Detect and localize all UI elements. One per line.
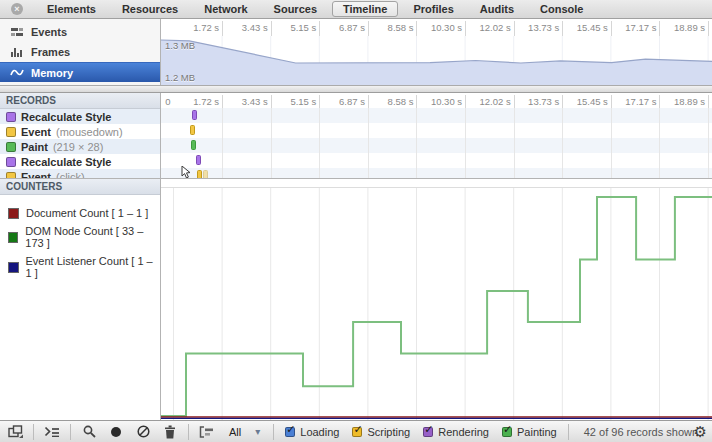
tab-console[interactable]: Console	[529, 1, 594, 17]
checkmark-icon: ✓	[424, 423, 433, 436]
records-shown-status: 42 of 96 records shown	[584, 426, 698, 438]
timeline-sidebar: EventsFramesMemory	[0, 19, 161, 85]
sidebar-item-events[interactable]: Events	[0, 22, 160, 42]
filter-dropdown[interactable]: All▾	[223, 426, 266, 438]
tab-resources[interactable]: Resources	[111, 1, 189, 17]
record-row[interactable]: Event(mousedown)	[0, 124, 160, 139]
legend-item: Event Listener Count [ 1 – 1 ]	[0, 252, 160, 282]
filter-checkbox-scripting[interactable]: ✓Scripting	[352, 426, 410, 438]
mouse-cursor	[181, 166, 191, 178]
record-stripe	[161, 153, 712, 168]
counters-chart-gap	[161, 179, 712, 188]
checkbox-box: ✓	[285, 427, 295, 437]
ruler-tick	[708, 95, 709, 108]
status-toolbar: All▾✓Loading✓Scripting✓Rendering✓Paintin…	[0, 420, 712, 442]
legend-item: DOM Node Count [ 33 – 173 ]	[0, 222, 160, 252]
tab-strip: ElementsResourcesNetworkSourcesTimelineP…	[34, 0, 596, 18]
counters-chart-pane	[161, 178, 712, 421]
close-icon[interactable]: ×	[11, 3, 23, 15]
gear-icon[interactable]: ⚙	[694, 423, 707, 441]
dom-node-count-line	[161, 197, 712, 416]
records-rows: Recalculate StyleEvent(mousedown)Paint(2…	[0, 109, 160, 178]
legend-label: Document Count [ 1 – 1 ]	[26, 207, 148, 219]
tab-elements[interactable]: Elements	[36, 1, 107, 17]
tab-audits[interactable]: Audits	[469, 1, 525, 17]
memory-min-label: 1.2 MB	[165, 72, 195, 83]
counters-panel: COUNTERS Document Count [ 1 – 1 ]DOM Nod…	[0, 178, 161, 420]
chevron-down-icon: ▾	[255, 426, 260, 437]
record-bar[interactable]	[196, 155, 201, 165]
grid-line	[416, 108, 417, 178]
tab-timeline[interactable]: Timeline	[332, 1, 398, 17]
grid-line	[271, 108, 272, 178]
record-bar[interactable]	[190, 125, 195, 135]
sidebar-item-label: Frames	[31, 46, 70, 58]
sidebar-item-memory[interactable]: Memory	[0, 62, 160, 82]
record-row[interactable]: Recalculate Style	[0, 154, 160, 169]
counters-legend: Document Count [ 1 – 1 ]DOM Node Count […	[0, 195, 160, 282]
overview-splitter[interactable]	[0, 85, 712, 93]
ruler-tick	[708, 21, 709, 36]
checkbox-box: ✓	[423, 427, 433, 437]
trash-button[interactable]	[159, 423, 181, 441]
legend-label: DOM Node Count [ 33 – 173 ]	[25, 225, 160, 249]
record-bar[interactable]	[191, 140, 196, 150]
toolbar-separator	[273, 424, 274, 440]
record-detail: (click)	[56, 171, 85, 179]
console-drawer-button[interactable]	[41, 423, 63, 441]
record-bar[interactable]	[197, 170, 202, 178]
grid-line	[708, 108, 709, 178]
record-name: Paint	[21, 141, 48, 153]
record-row[interactable]: Recalculate Style	[0, 109, 160, 124]
ruler-label: 18.89 s	[635, 22, 705, 33]
tab-network[interactable]: Network	[193, 1, 258, 17]
rendering-icon	[6, 157, 16, 167]
overview-pane[interactable]: 1.72 s3.43 s5.15 s6.87 s8.58 s10.30 s12.…	[161, 19, 712, 85]
legend-swatch	[8, 208, 19, 219]
record-button[interactable]	[105, 423, 127, 441]
painting-icon	[6, 142, 16, 152]
filter-checkbox-painting[interactable]: ✓Painting	[502, 426, 557, 438]
records-ruler: 1.72 s3.43 s5.15 s6.87 s8.58 s10.30 s12.…	[161, 93, 712, 108]
record-row[interactable]: Event(click)	[0, 169, 160, 178]
tab-profiles[interactable]: Profiles	[402, 1, 464, 17]
record-bar[interactable]	[192, 110, 197, 120]
grid-line	[319, 108, 320, 178]
dock-button[interactable]	[4, 423, 26, 441]
grid-line	[368, 108, 369, 178]
legend-item: Document Count [ 1 – 1 ]	[0, 204, 160, 222]
records-header: RECORDS	[0, 93, 160, 109]
checkbox-box: ✓	[502, 427, 512, 437]
ruler-label: 18.89 s	[635, 96, 705, 107]
checkmark-icon: ✓	[353, 423, 362, 436]
tab-bar: × ElementsResourcesNetworkSourcesTimelin…	[0, 0, 712, 19]
checkmark-icon: ✓	[286, 423, 295, 436]
counters-header: COUNTERS	[0, 179, 160, 195]
frames-icon	[10, 47, 24, 57]
checkbox-label: Rendering	[438, 426, 489, 438]
devtools-window: × ElementsResourcesNetworkSourcesTimelin…	[0, 0, 712, 442]
memory-overview-graph[interactable]: 1.3 MB 1.2 MB	[161, 36, 712, 85]
filter-checkbox-rendering[interactable]: ✓Rendering	[423, 426, 489, 438]
sidebar-item-label: Events	[31, 26, 67, 38]
frames-mode-button[interactable]	[196, 423, 218, 441]
toolbar-separator	[70, 424, 71, 440]
record-stripe	[161, 138, 712, 153]
legend-label: Event Listener Count [ 1 – 1 ]	[26, 255, 161, 279]
checkbox-label: Loading	[300, 426, 339, 438]
toolbar-separator	[568, 424, 569, 440]
clear-button[interactable]	[132, 423, 154, 441]
record-stripe	[161, 108, 712, 123]
record-stripe	[161, 168, 712, 178]
rendering-icon	[6, 112, 16, 122]
tab-sources[interactable]: Sources	[263, 1, 328, 17]
filter-checkbox-loading[interactable]: ✓Loading	[285, 426, 339, 438]
grid-line	[465, 108, 466, 178]
search-button[interactable]	[78, 423, 100, 441]
checkmark-icon: ✓	[503, 423, 512, 436]
record-bar[interactable]	[203, 170, 208, 178]
sidebar-item-label: Memory	[31, 67, 73, 79]
record-row[interactable]: Paint(219 × 28)	[0, 139, 160, 154]
counters-line-chart	[161, 188, 712, 421]
sidebar-item-frames[interactable]: Frames	[0, 42, 160, 62]
